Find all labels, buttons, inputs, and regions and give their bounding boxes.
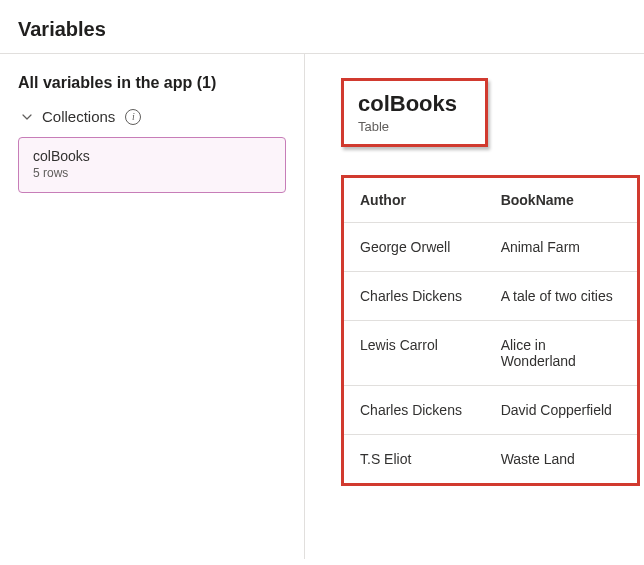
info-icon[interactable]: i (125, 109, 141, 125)
cell-author: Lewis Carrol (344, 321, 485, 386)
table-row[interactable]: George Orwell Animal Farm (344, 223, 637, 272)
table-row[interactable]: T.S Eliot Waste Land (344, 435, 637, 484)
data-table: Author BookName George Orwell Animal Far… (344, 178, 637, 483)
cell-bookname: Alice in Wonderland (485, 321, 637, 386)
table-row[interactable]: Lewis Carrol Alice in Wonderland (344, 321, 637, 386)
table-row[interactable]: Charles Dickens A tale of two cities (344, 272, 637, 321)
variable-type: Table (358, 119, 457, 134)
collection-card-rows: 5 rows (33, 166, 271, 180)
cell-bookname: David Copperfield (485, 386, 637, 435)
column-header-bookname[interactable]: BookName (485, 178, 637, 223)
table-row[interactable]: Charles Dickens David Copperfield (344, 386, 637, 435)
chevron-down-icon (20, 110, 34, 124)
cell-author: Charles Dickens (344, 272, 485, 321)
cell-bookname: Waste Land (485, 435, 637, 484)
collections-section-toggle[interactable]: Collections i (18, 108, 286, 125)
sidebar: All variables in the app (1) Collections… (0, 54, 305, 559)
table-header-row: Author BookName (344, 178, 637, 223)
cell-author: Charles Dickens (344, 386, 485, 435)
main-area: All variables in the app (1) Collections… (0, 54, 644, 559)
page-header: Variables (0, 0, 644, 54)
sidebar-title: All variables in the app (1) (18, 74, 286, 92)
cell-author: T.S Eliot (344, 435, 485, 484)
collections-label: Collections (42, 108, 115, 125)
detail-panel: colBooks Table Author BookName George Or… (305, 54, 644, 559)
page-title: Variables (18, 18, 626, 41)
column-header-author[interactable]: Author (344, 178, 485, 223)
cell-bookname: Animal Farm (485, 223, 637, 272)
cell-bookname: A tale of two cities (485, 272, 637, 321)
collection-card-colbooks[interactable]: colBooks 5 rows (18, 137, 286, 193)
cell-author: George Orwell (344, 223, 485, 272)
detail-header-highlight: colBooks Table (341, 78, 488, 147)
collection-card-name: colBooks (33, 148, 271, 164)
variable-name: colBooks (358, 91, 457, 117)
table-highlight: Author BookName George Orwell Animal Far… (341, 175, 640, 486)
